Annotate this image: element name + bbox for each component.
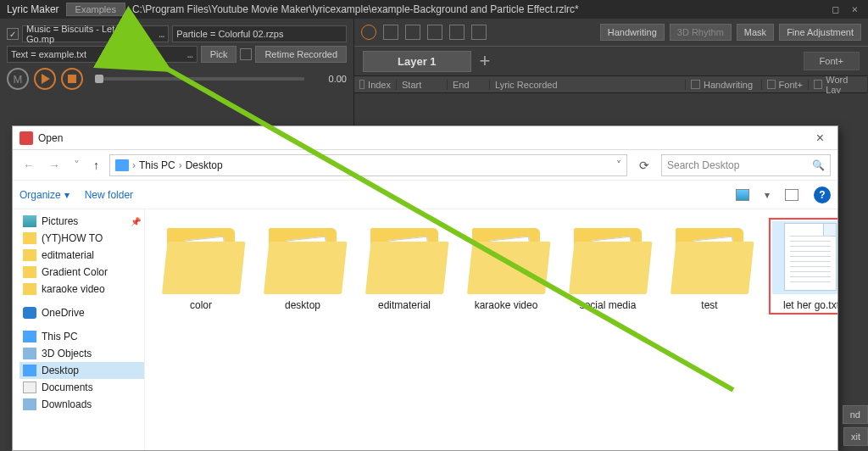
icon-bar [361,25,487,40]
search-input[interactable]: Search Desktop 🔍 [661,154,831,176]
examples-button[interactable]: Examples [66,3,125,16]
file-item[interactable]: color [162,221,240,311]
play-button[interactable] [34,68,56,90]
tree-item[interactable]: Desktop [19,362,144,379]
tree-item[interactable]: editmaterial [19,247,144,264]
organize-button[interactable]: Organize ▾ [19,189,70,201]
view-mode-icon[interactable] [736,189,749,201]
dialog-icon [19,131,33,145]
music-field-text: Music = Biscuits - Let Her Go.mp [26,24,159,44]
toolbar-icon[interactable] [427,25,442,40]
header-checkbox[interactable] [691,80,700,89]
file-label: desktop [264,299,342,311]
od-icon [23,307,36,319]
search-placeholder: Search Desktop [667,159,739,171]
toolbar-icon[interactable] [471,25,487,40]
tree-item-label: (YT)HOW TO [42,232,103,244]
tree-item[interactable]: 3D Objects [19,345,144,362]
tree-item[interactable]: (YT)HOW TO [19,230,144,247]
tree-item[interactable]: Documents [19,379,144,396]
file-thumb-icon [162,221,240,294]
forward-arrow-icon[interactable]: → [45,159,64,172]
tree-item-label: Pictures [42,215,78,227]
file-label: color [162,299,240,311]
pick-button[interactable]: Pick [201,46,237,63]
header-checkbox[interactable] [814,80,822,89]
file-item[interactable]: social media [569,221,647,311]
tree-item[interactable]: Pictures📌 [19,213,144,230]
file-item[interactable]: test [670,221,748,311]
file-thumb-icon [365,221,443,294]
time-readout: 0.00 [316,74,347,84]
header-checkbox[interactable] [767,80,776,89]
rhythm-button[interactable]: 3D Rhythm [670,24,732,41]
toolbar-icon[interactable] [449,25,465,40]
chevron-down-icon[interactable]: ▾ [765,189,770,201]
slider-thumb[interactable] [95,75,103,83]
app-root: Lyric Maker Examples C:\Program Files\Yo… [0,0,868,451]
help-icon[interactable]: ? [814,187,831,203]
side-button-1[interactable]: nd [843,405,868,424]
handwriting-button[interactable]: Handwriting [600,24,665,41]
breadcrumb[interactable]: › This PC › Desktop ˅ [109,154,627,176]
music-checkbox[interactable] [7,28,19,40]
record-icon[interactable] [361,25,376,40]
window-controls[interactable]: □ × [832,3,868,15]
crumb-desktop[interactable]: Desktop [186,159,223,171]
retime-button[interactable]: Retime Recorded [255,46,347,63]
tree-item[interactable]: This PC [19,328,144,345]
side-button-2[interactable]: xit [843,427,868,446]
add-layer-button[interactable]: + [480,50,491,72]
tree-item[interactable]: Downloads [19,396,144,413]
chevron-right-icon[interactable]: › [179,159,182,171]
m-button[interactable]: M [7,68,29,90]
tree-item[interactable]: OneDrive [19,304,144,321]
ellipsis-icon[interactable]: … [159,29,165,40]
toolbar-icon[interactable] [383,25,398,40]
file-item[interactable]: karaoke video [467,221,545,311]
playback-slider[interactable] [95,77,304,81]
crumb-pc[interactable]: This PC [139,159,175,171]
mask-button[interactable]: Mask [737,24,774,41]
layer-label[interactable]: Layer 1 [363,51,471,72]
retime-checkbox[interactable] [240,48,252,60]
search-icon[interactable]: 🔍 [812,159,825,171]
file-item[interactable]: editmaterial [365,221,443,311]
tree-item-label: Desktop [42,365,79,376]
tree-item-label: Downloads [42,398,92,410]
stop-icon [68,75,76,83]
refresh-icon[interactable]: ⟳ [634,159,654,172]
text-field[interactable]: Text = example.txt … [7,46,198,63]
close-button[interactable]: × [810,131,831,146]
music-field[interactable]: Music = Biscuits - Let Her Go.mp … [22,25,169,42]
toolbar-icon[interactable] [405,25,420,40]
particle-field[interactable]: Particle = Colorful 02.rzps [172,25,347,42]
header-index: Index [368,80,391,90]
file-path: C:\Program Files\Youtube Movie Maker\lyr… [132,3,832,15]
chevron-down-icon[interactable]: ˅ [616,159,621,171]
file-list: colordesktopeditmaterialkaraoke videosoc… [145,209,837,450]
header-word: Word Lay [826,75,862,95]
header-checkbox[interactable] [359,80,364,89]
tree-item[interactable]: karaoke video [19,281,144,298]
tree-item[interactable]: Gradient Color [19,264,144,281]
fine-adjust-button[interactable]: Fine Adjustment [779,24,861,41]
tree-item-label: 3D Objects [42,348,92,359]
up-arrow-icon[interactable]: ↑ [90,159,103,172]
ellipsis-icon[interactable]: … [187,49,193,60]
title-bar: Lyric Maker Examples C:\Program Files\Yo… [0,0,868,19]
box-icon [23,348,36,359]
file-item[interactable]: desktop [264,221,342,311]
chevron-right-icon[interactable]: › [132,159,136,171]
preview-pane-icon[interactable] [785,189,798,201]
recent-dropdown-icon[interactable]: ˅ [70,159,83,172]
folder-tree: Pictures📌(YT)HOW TOeditmaterialGradient … [13,209,145,450]
file-item[interactable]: let her go.txt [772,221,837,311]
stop-button[interactable] [61,68,83,90]
new-folder-button[interactable]: New folder [85,189,133,201]
back-arrow-icon[interactable]: ← [19,159,38,172]
font-plus-button[interactable]: Font+ [804,52,860,70]
header-start: Start [402,80,421,90]
dialog-nav: ← → ˅ ↑ › This PC › Desktop ˅ ⟳ Search D… [13,150,837,181]
tree-item-label: editmaterial [42,249,94,261]
